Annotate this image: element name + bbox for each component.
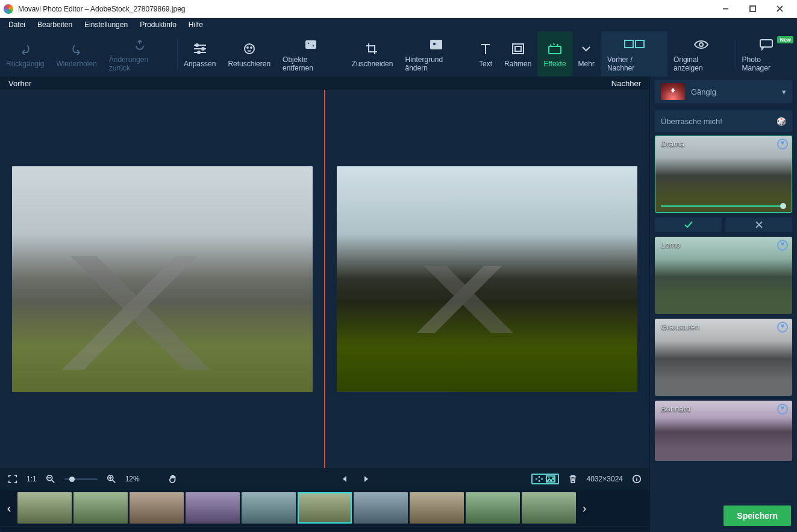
image-icon bbox=[546, 475, 555, 483]
menu-file[interactable]: Datei bbox=[4, 19, 30, 30]
filmstrip-thumb[interactable] bbox=[354, 492, 408, 524]
svg-point-17 bbox=[699, 43, 703, 46]
show-original-button[interactable]: Original anzeigen bbox=[667, 31, 736, 77]
zoom-slider[interactable] bbox=[64, 478, 98, 480]
more-button[interactable]: Mehr bbox=[572, 31, 601, 77]
face-icon bbox=[242, 40, 257, 57]
favorite-icon[interactable] bbox=[777, 138, 789, 152]
before-image bbox=[12, 166, 313, 392]
effects-list: DramaLomoGraustufenBonnard bbox=[650, 136, 797, 499]
category-icon bbox=[661, 83, 685, 100]
next-image-button[interactable] bbox=[359, 472, 373, 486]
undo-icon bbox=[18, 40, 33, 57]
effects-button[interactable]: Effekte bbox=[537, 31, 572, 77]
change-bg-button[interactable]: Hintergrund ändern bbox=[399, 31, 473, 77]
compare-divider[interactable] bbox=[324, 90, 325, 468]
before-label: Vorher bbox=[8, 79, 31, 88]
filmstrip-thumb[interactable] bbox=[73, 492, 128, 524]
main-toolbar: Rückgängig Wiederholen Änderungen zurück… bbox=[0, 31, 797, 77]
crop-icon bbox=[365, 40, 380, 57]
titlebar: Movavi Photo Editor – AdobeStock_2780798… bbox=[0, 0, 797, 18]
text-icon bbox=[479, 40, 492, 57]
svg-point-6 bbox=[251, 47, 252, 48]
photo-manager-button[interactable]: New Photo Manager bbox=[736, 31, 797, 77]
minimize-button[interactable] bbox=[712, 1, 739, 17]
eraser-icon bbox=[303, 36, 319, 53]
app-icon bbox=[4, 4, 13, 14]
effect-name: Lomo bbox=[661, 240, 681, 249]
remove-objects-button[interactable]: Objekte entfernen bbox=[277, 31, 346, 77]
bottom-bar: 1:1 12% 4032×3024 bbox=[0, 468, 649, 490]
surprise-me-button[interactable]: Überrasche mich! 🎲 bbox=[655, 110, 792, 132]
svg-rect-14 bbox=[549, 46, 561, 54]
dice-icon: 🎲 bbox=[777, 117, 786, 126]
crop-button[interactable]: Zuschneiden bbox=[346, 31, 399, 77]
effect-name: Graustufen bbox=[661, 322, 699, 331]
effect-name: Bonnard bbox=[661, 404, 690, 413]
svg-point-8 bbox=[307, 42, 310, 45]
effect-intensity-slider[interactable] bbox=[661, 205, 786, 207]
favorite-icon[interactable] bbox=[777, 403, 789, 418]
cancel-effect-button[interactable] bbox=[725, 217, 792, 232]
text-button[interactable]: Text bbox=[473, 31, 498, 77]
image-size-button[interactable] bbox=[531, 474, 559, 484]
menu-edit[interactable]: Bearbeiten bbox=[33, 19, 77, 30]
svg-rect-12 bbox=[513, 44, 524, 54]
filmstrip-next[interactable]: › bbox=[578, 490, 591, 526]
filmstrip-thumb[interactable] bbox=[298, 492, 352, 524]
effect-bonn[interactable]: Bonnard bbox=[655, 401, 792, 461]
before-pane bbox=[0, 90, 325, 468]
filmstrip-thumb[interactable] bbox=[130, 492, 184, 524]
zoom-in-button[interactable] bbox=[105, 472, 118, 486]
svg-point-5 bbox=[247, 47, 248, 48]
svg-rect-18 bbox=[760, 40, 772, 47]
save-button[interactable]: Speichern bbox=[724, 505, 791, 526]
filmstrip-thumb[interactable] bbox=[466, 492, 520, 524]
filmstrip-thumb[interactable] bbox=[522, 492, 576, 524]
menu-help[interactable]: Hilfe bbox=[184, 19, 208, 30]
zoom-out-button[interactable] bbox=[44, 472, 57, 486]
undo-button[interactable]: Rückgängig bbox=[0, 31, 50, 77]
favorite-icon[interactable] bbox=[777, 239, 789, 254]
favorite-icon[interactable] bbox=[777, 321, 789, 336]
maximize-button[interactable] bbox=[739, 1, 766, 17]
revert-button[interactable]: Änderungen zurück bbox=[103, 31, 177, 77]
menu-settings[interactable]: Einstellungen bbox=[80, 19, 133, 30]
frames-button[interactable]: Rahmen bbox=[498, 31, 537, 77]
effect-category-select[interactable]: Gängig ▾ bbox=[655, 80, 792, 103]
zoom-percent: 12% bbox=[125, 475, 140, 483]
resize-icon bbox=[535, 475, 543, 483]
effect-lomo[interactable]: Lomo bbox=[655, 237, 792, 314]
after-pane bbox=[325, 90, 649, 468]
fit-screen-button[interactable] bbox=[6, 472, 19, 486]
horizontal-scrollbar[interactable] bbox=[0, 526, 649, 532]
filmstrip-prev[interactable]: ‹ bbox=[2, 490, 16, 526]
effects-panel: Gängig ▾ Überrasche mich! 🎲 DramaLomoGra… bbox=[649, 77, 797, 532]
prev-image-button[interactable] bbox=[337, 472, 352, 486]
compare-icon bbox=[624, 36, 645, 53]
effect-actions bbox=[655, 217, 792, 232]
filmstrip-thumb[interactable] bbox=[17, 492, 72, 524]
info-button[interactable] bbox=[630, 472, 643, 486]
effect-gray[interactable]: Graustufen bbox=[655, 319, 792, 396]
svg-rect-0 bbox=[750, 6, 755, 11]
close-button[interactable] bbox=[766, 1, 793, 17]
sliders-icon bbox=[192, 40, 208, 57]
retouch-button[interactable]: Retuschieren bbox=[222, 31, 277, 77]
filmstrip-thumb[interactable] bbox=[410, 492, 464, 524]
filmstrip-thumb[interactable] bbox=[186, 492, 240, 524]
hand-tool-button[interactable] bbox=[166, 472, 180, 486]
effect-drama[interactable]: Drama bbox=[655, 136, 792, 213]
redo-button[interactable]: Wiederholen bbox=[50, 31, 102, 77]
effects-icon bbox=[547, 40, 563, 57]
image-dimensions: 4032×3024 bbox=[587, 475, 623, 483]
one-to-one-button[interactable]: 1:1 bbox=[27, 475, 37, 483]
menu-product[interactable]: Produktinfo bbox=[135, 19, 181, 30]
filmstrip-thumb[interactable] bbox=[242, 492, 296, 524]
adjust-button[interactable]: Anpassen bbox=[178, 31, 222, 77]
apply-effect-button[interactable] bbox=[655, 217, 722, 232]
svg-point-4 bbox=[245, 44, 254, 54]
canvas[interactable] bbox=[0, 90, 649, 468]
delete-button[interactable] bbox=[566, 472, 580, 486]
before-after-button[interactable]: Vorher / Nachher bbox=[601, 31, 667, 77]
